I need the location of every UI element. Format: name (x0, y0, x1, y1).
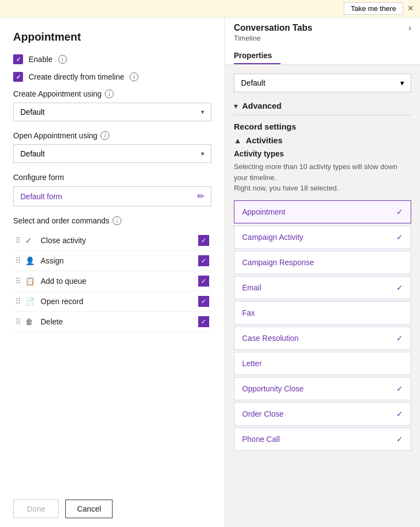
configure-form-label-row: Configure form (13, 173, 211, 182)
activity-item[interactable]: Campaign Activity ✓ (234, 226, 411, 249)
timeline-label: Timeline (234, 33, 411, 47)
conv-tabs-title: Conversation Tabs (234, 23, 312, 33)
cmd-checkbox[interactable] (198, 276, 209, 287)
drag-handle-icon[interactable]: ⠿ (15, 256, 21, 265)
activity-item-label: Campaign Response (242, 258, 314, 267)
activity-item-label: Fax (242, 309, 255, 317)
activity-item[interactable]: Letter (234, 352, 411, 375)
activity-list: Appointment ✓ Campaign Activity ✓ Campai… (234, 200, 411, 453)
create-directly-info-icon[interactable]: i (130, 72, 138, 81)
cancel-button[interactable]: Cancel (65, 500, 113, 518)
create-using-section: Create Appointment using i (13, 89, 211, 98)
activity-types-label: Activity types (234, 149, 411, 158)
create-directly-row: Create directly from timeline i (13, 72, 211, 82)
activity-item-label: Opportunity Close (242, 384, 304, 393)
cmd-checkbox[interactable] (198, 235, 209, 246)
drag-handle-icon[interactable]: ⠿ (15, 277, 21, 285)
activity-check-icon: ✓ (396, 384, 403, 393)
cmd-type-icon: 📄 (25, 297, 36, 306)
enable-checkbox[interactable] (13, 54, 23, 64)
default-select-value: Default (241, 79, 265, 87)
cmd-type-icon: 🗑 (25, 317, 36, 326)
command-row: ⠿ ✓ Close activity (13, 231, 211, 251)
activity-types-info: Selecting more than 10 activity types wi… (234, 161, 411, 194)
cmd-label: Close activity (41, 236, 194, 245)
cmd-checkbox[interactable] (198, 255, 209, 266)
activities-section-header[interactable]: ▲ Activities (234, 136, 411, 145)
form-config-box[interactable]: Default form ✏ (13, 186, 211, 206)
activity-check-icon: ✓ (396, 283, 403, 292)
activity-item-label: Phone Call (242, 435, 280, 444)
activity-item[interactable]: Campaign Response (234, 251, 411, 274)
activity-check-icon: ✓ (396, 233, 403, 242)
open-using-label: Open Appointment using (13, 131, 97, 140)
activity-item-label: Email (242, 283, 261, 292)
activities-chevron-icon: ▲ (234, 136, 242, 145)
open-using-dropdown[interactable]: Default ▾ (13, 144, 211, 163)
record-settings-title: Record settings (234, 122, 411, 131)
right-panel: Conversation Tabs › Timeline Properties … (225, 18, 420, 527)
activity-item-label: Case Resolution (242, 334, 299, 343)
open-using-info-icon[interactable]: i (100, 131, 109, 140)
command-row: ⠿ 👤 Assign (13, 251, 211, 271)
command-list: ⠿ ✓ Close activity ⠿ 👤 Assign ⠿ 📋 Add to… (13, 231, 211, 332)
nav-arrow-icon[interactable]: › (408, 23, 411, 33)
create-using-label: Create Appointment using (13, 89, 102, 98)
configure-form-section: Configure form Default form ✏ (13, 173, 211, 206)
default-select-dropdown[interactable]: Default ▾ (234, 74, 411, 92)
cmd-label: Add to queue (41, 277, 194, 285)
props-tab: Properties (234, 47, 411, 64)
default-form-label: Default form (20, 192, 62, 201)
cmd-checkbox[interactable] (198, 296, 209, 307)
activity-item[interactable]: Fax (234, 301, 411, 324)
commands-info-icon[interactable]: i (113, 216, 121, 225)
advanced-title: Advanced (242, 101, 282, 110)
drag-handle-icon[interactable]: ⠿ (15, 297, 21, 306)
default-select-arrow-icon: ▾ (400, 79, 404, 87)
activity-check-icon: ✓ (396, 334, 403, 343)
cmd-checkbox[interactable] (198, 316, 209, 327)
right-content: Default ▾ ▾ Advanced Record settings ▲ A… (225, 65, 420, 527)
drag-handle-icon[interactable]: ⠿ (15, 317, 21, 326)
enable-row: Enable i (13, 54, 211, 64)
cmd-type-icon: 👤 (25, 256, 36, 265)
conv-tabs-row: Conversation Tabs › (234, 23, 411, 33)
enable-label: Enable (29, 55, 53, 64)
drag-handle-icon[interactable]: ⠿ (15, 236, 21, 245)
take-me-there-button[interactable]: Take me there (344, 2, 403, 15)
cmd-label: Delete (41, 317, 194, 326)
edit-form-icon[interactable]: ✏ (197, 191, 204, 201)
advanced-divider (234, 115, 411, 115)
activity-item[interactable]: Opportunity Close ✓ (234, 377, 411, 400)
activity-check-icon: ✓ (396, 435, 403, 444)
create-using-info-icon[interactable]: i (105, 89, 114, 98)
configure-form-label: Configure form (13, 173, 64, 182)
activity-item[interactable]: Phone Call ✓ (234, 428, 411, 451)
activity-item[interactable]: Case Resolution ✓ (234, 327, 411, 350)
properties-tab[interactable]: Properties (234, 47, 281, 64)
cmd-label: Open record (41, 297, 194, 306)
commands-title: Select and order commands i (13, 216, 211, 225)
appointment-title: Appointment (13, 31, 211, 43)
create-using-dropdown[interactable]: Default ▾ (13, 103, 211, 121)
create-directly-checkbox[interactable] (13, 72, 23, 82)
open-using-value: Default (20, 149, 44, 158)
activity-item-label: Campaign Activity (242, 233, 303, 242)
top-banner: Take me there × (0, 0, 420, 18)
advanced-section-header[interactable]: ▾ Advanced (234, 101, 411, 110)
command-row: ⠿ 🗑 Delete (13, 312, 211, 332)
banner-close-button[interactable]: × (407, 3, 413, 14)
commands-section: Select and order commands i ⠿ ✓ Close ac… (13, 216, 211, 486)
activity-item[interactable]: Appointment ✓ (234, 200, 411, 223)
cmd-type-icon: ✓ (25, 236, 36, 245)
default-select-row: Default ▾ (234, 74, 411, 92)
enable-info-icon[interactable]: i (58, 55, 67, 64)
activities-title: Activities (246, 136, 283, 145)
activity-item[interactable]: Order Close ✓ (234, 402, 411, 425)
create-using-value: Default (20, 108, 44, 116)
panel-footer: Done Cancel (13, 491, 211, 518)
cmd-label: Assign (41, 256, 194, 265)
open-using-arrow-icon: ▾ (201, 150, 204, 158)
activity-item-label: Order Close (242, 410, 283, 418)
activity-item[interactable]: Email ✓ (234, 276, 411, 299)
